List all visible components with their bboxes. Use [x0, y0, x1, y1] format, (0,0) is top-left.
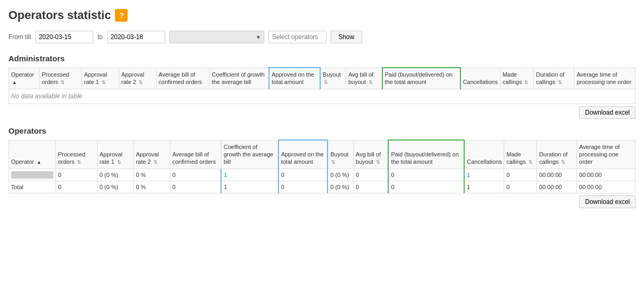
operators-download-button[interactable]: Download excel: [579, 195, 636, 208]
total-approval2: 0 %: [133, 181, 170, 193]
admins-download-row: Download excel: [8, 106, 636, 119]
col-paid: Paid (buyout/delivered) on the total amo…: [382, 68, 460, 89]
ops-col-paid: Paid (buyout/delivered) on the total amo…: [388, 140, 464, 169]
total-cancellations: 1: [464, 181, 504, 193]
operators-download-row: Download excel: [8, 195, 636, 208]
col-processed-orders: Processed orders ⇅: [40, 68, 82, 89]
total-label: Total: [9, 181, 56, 193]
no-data-cell: No data available in table: [9, 89, 636, 104]
total-approval1: 0 (0 %): [97, 181, 133, 193]
total-duration: 00:00:00: [537, 181, 577, 193]
col-avg-bill-buyout: Avg bill of buyout ⇅: [346, 68, 382, 89]
ops-col-avg-time: Average time of processing one order: [577, 140, 636, 169]
category-select[interactable]: [169, 31, 264, 43]
page-title: Operators statistic ?: [8, 8, 636, 22]
total-made-callings: 0: [504, 181, 537, 193]
col-approval-rate-2: Approval rate 2 ⇅: [119, 68, 157, 89]
operators-table: Operator ▲ Processed orders ⇅ Approval r…: [8, 139, 636, 193]
ops-col-cancellations: Cancellations: [464, 140, 504, 169]
ops-col-approval1: Approval rate 1 ⇅: [97, 140, 133, 169]
ops-col-approved: Approved on the total amount: [278, 140, 328, 169]
col-approval-rate-1: Approval rate 1 ⇅: [82, 68, 119, 89]
cell-cancellations: 1: [464, 169, 504, 181]
total-avg-time: 00:00:00: [577, 181, 636, 193]
cell-avg-buyout: 0: [353, 169, 388, 181]
cell-duration: 00:00:00: [537, 169, 577, 181]
admins-section: Administrators Operator ▲ Processed orde…: [8, 54, 636, 119]
date-from-input[interactable]: [35, 31, 93, 43]
total-coeff: 1: [221, 181, 278, 193]
admins-download-button[interactable]: Download excel: [579, 106, 636, 119]
col-approved: Approved on the total amount: [269, 68, 320, 89]
total-paid: 0: [388, 181, 464, 193]
operator-select-input[interactable]: [268, 31, 326, 43]
cell-operator: [9, 169, 56, 181]
ops-col-made-callings: Made callings ⇅: [504, 140, 537, 169]
cell-made-callings: 0: [504, 169, 537, 181]
cell-avg-time: 00:00:00: [577, 169, 636, 181]
cell-approved: 0: [278, 169, 328, 181]
to-label: to: [98, 33, 103, 41]
ops-col-duration: Duration of callings ⇅: [537, 140, 577, 169]
filter-bar: From till to Show: [8, 31, 636, 43]
dropdown-wrap: [169, 31, 264, 43]
col-buyout: Buyout ⇅: [320, 68, 346, 89]
cell-paid: 0: [388, 169, 464, 181]
col-made-callings: Made callings ⇅: [500, 68, 534, 89]
ops-col-avg-bill: Average bill of confirmed orders: [170, 140, 221, 169]
cell-processed: 0: [56, 169, 98, 181]
table-row: 0 0 (0 %) 0 % 0 1 0 0 (0 %) 0 0 1 0 00:0…: [9, 169, 636, 181]
total-buyout: 0 (0 %): [328, 181, 353, 193]
date-to-input[interactable]: [107, 31, 165, 43]
admins-section-title: Administrators: [8, 54, 636, 63]
col-operator: Operator ▲: [9, 68, 40, 89]
admins-table: Operator ▲ Processed orders ⇅ Approval r…: [8, 67, 636, 104]
ops-col-buyout: Buyout ⇅: [328, 140, 353, 169]
operators-section-title: Operators: [8, 126, 636, 135]
total-approved: 0: [278, 181, 328, 193]
ops-col-operator: Operator ▲: [9, 140, 56, 169]
cell-buyout: 0 (0 %): [328, 169, 353, 181]
total-avg-buyout: 0: [353, 181, 388, 193]
col-duration: Duration of callings ⇅: [534, 68, 574, 89]
col-coeff: Coefficient of growth the average bill: [209, 68, 269, 89]
cell-approval1: 0 (0 %): [97, 169, 133, 181]
ops-col-avg-buyout: Avg bill of buyout ⇅: [353, 140, 388, 169]
col-avg-time: Average time of processing one order: [574, 68, 636, 89]
ops-col-coeff: Coefficient of growth the average bill: [221, 140, 278, 169]
cell-coeff: 1: [221, 169, 278, 181]
ops-col-approval2: Approval rate 2 ⇅: [133, 140, 170, 169]
show-button[interactable]: Show: [331, 31, 362, 43]
admins-no-data-row: No data available in table: [9, 89, 636, 104]
help-icon[interactable]: ?: [115, 9, 128, 22]
total-row: Total 0 0 (0 %) 0 % 0 1 0 0 (0 %) 0 0 1 …: [9, 181, 636, 193]
total-avg-bill: 0: [170, 181, 221, 193]
col-cancellations: Cancellations: [460, 68, 501, 89]
cell-approval2: 0 %: [133, 169, 170, 181]
operators-section: Operators Operator ▲ Processed orders ⇅ …: [8, 126, 636, 208]
ops-col-processed: Processed orders ⇅: [56, 140, 98, 169]
cell-avg-bill: 0: [170, 169, 221, 181]
col-avg-bill: Average bill of confirmed orders: [156, 68, 209, 89]
total-processed: 0: [56, 181, 98, 193]
from-till-label: From till: [8, 33, 31, 41]
